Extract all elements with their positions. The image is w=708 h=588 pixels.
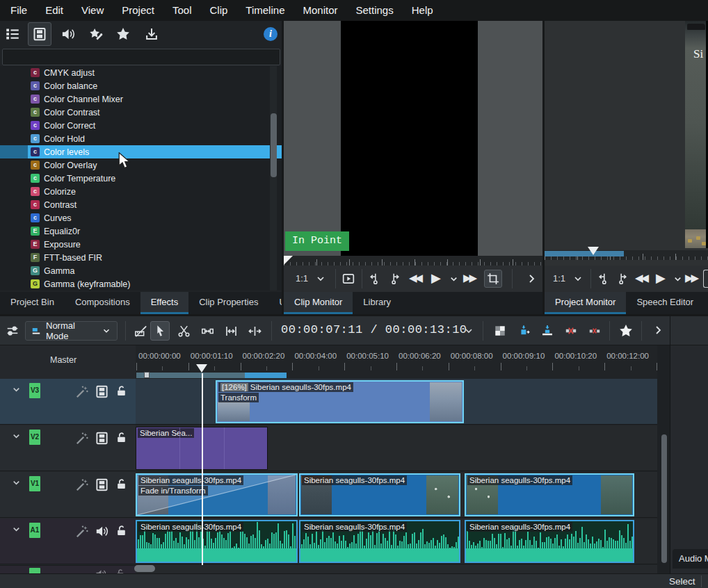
- fit-zone-icon[interactable]: [221, 321, 241, 341]
- effect-item-color-contrast[interactable]: cColor Contrast: [0, 106, 282, 119]
- tab-compositions[interactable]: Compositions: [65, 292, 140, 314]
- info-icon[interactable]: i: [264, 27, 277, 41]
- tab-project-bin[interactable]: Project Bin: [0, 292, 65, 314]
- forward-button[interactable]: ▶▶: [463, 272, 475, 284]
- tab-clip-properties[interactable]: Clip Properties: [188, 292, 268, 314]
- effect-item-ftt-based-fir[interactable]: FFTT-based FIR: [0, 251, 282, 264]
- zoom-select-chevron-icon[interactable]: [315, 273, 328, 286]
- track-header-v2[interactable]: V2: [0, 425, 136, 471]
- timeline-settings-icon[interactable]: [6, 325, 19, 337]
- menu-help[interactable]: Help: [403, 0, 442, 21]
- favorite-effects-icon[interactable]: [619, 324, 633, 338]
- insert-zone-icon[interactable]: [517, 325, 530, 337]
- clip-v1-2-siberian-seagulls[interactable]: Siberian seagulls-30fps.mp4: [299, 473, 460, 516]
- film-icon[interactable]: [33, 27, 47, 41]
- track-effects-wand-icon[interactable]: [76, 478, 89, 491]
- menu-file[interactable]: File: [1, 0, 36, 21]
- track-thumbnails-film-icon[interactable]: [95, 385, 108, 398]
- zone-out-icon[interactable]: [389, 272, 402, 285]
- clip-v1-3-siberian-seagulls[interactable]: Siberian seagulls-30fps.mp4: [465, 473, 634, 516]
- play-options-chevron-icon[interactable]: [449, 274, 461, 286]
- menu-view[interactable]: View: [72, 0, 113, 21]
- timeline-ruler[interactable]: 00:00:00:0000:00:01:1000:00:02:2000:00:0…: [136, 345, 670, 379]
- effect-item-color-temperature[interactable]: cColor Temperature: [0, 172, 282, 185]
- download-icon[interactable]: [145, 27, 159, 41]
- track-lock-icon[interactable]: [115, 432, 127, 443]
- menu-timeline[interactable]: Timeline: [236, 0, 293, 21]
- clip-v1-1-siberian-seagulls[interactable]: Siberian seagulls-30fps.mp4Fade in/Trans…: [136, 473, 298, 516]
- rewind-button[interactable]: ◀◀: [409, 272, 421, 284]
- track-lock-icon[interactable]: [115, 478, 127, 490]
- select-tool-button[interactable]: [150, 321, 170, 341]
- clip-monitor-zoom-label[interactable]: 1:1: [296, 273, 308, 284]
- effect-item-gamma-keyframable-[interactable]: GGamma (keyframable): [0, 277, 282, 291]
- effect-item-color-hold[interactable]: cColor Hold: [0, 132, 282, 145]
- timeline-playhead-line[interactable]: [202, 373, 203, 565]
- track-name-badge[interactable]: V2: [29, 430, 40, 445]
- timeline-lane-v1[interactable]: Siberian seagulls-30fps.mp4Fade in/Trans…: [136, 472, 657, 518]
- zone-mode-button[interactable]: [487, 272, 499, 285]
- star-icon[interactable]: [116, 27, 130, 41]
- track-name-badge[interactable]: V1: [29, 476, 40, 491]
- track-name-badge[interactable]: A1: [29, 523, 40, 538]
- zone-handle[interactable]: [144, 372, 150, 378]
- zone-in-icon[interactable]: [596, 272, 609, 285]
- collapse-chevron-icon[interactable]: [11, 384, 22, 395]
- toolbar-overflow-icon[interactable]: [652, 325, 663, 336]
- tab-speech-editor[interactable]: Speech Editor: [626, 292, 704, 314]
- timeline-playhead-handle[interactable]: [196, 364, 207, 373]
- menu-clip[interactable]: Clip: [201, 0, 237, 21]
- tab-effects[interactable]: Effects: [140, 292, 189, 314]
- effect-item-cmyk-adjust[interactable]: cCMYK adjust: [0, 66, 282, 79]
- collapse-chevron-icon[interactable]: [11, 431, 22, 441]
- master-track-button[interactable]: Master: [50, 355, 77, 365]
- effect-item-color-balance[interactable]: cColor balance: [0, 79, 282, 92]
- play-button[interactable]: ▶: [431, 270, 439, 285]
- effect-star-icon[interactable]: [89, 27, 103, 41]
- timeline-lane-a1[interactable]: Siberian seagulls-30fps.mp4Siberian seag…: [136, 518, 657, 564]
- timeline-lane-v3[interactable]: [126%]Siberian seagulls-30fps.mp4Transfo…: [136, 379, 657, 425]
- effects-scrollbar-track[interactable]: [270, 66, 277, 291]
- mix-clips-icon[interactable]: [131, 321, 150, 341]
- effect-item-curves[interactable]: cCurves: [0, 211, 282, 224]
- tab-project-note[interactable]: Project Note: [704, 292, 708, 314]
- timeline-vscrollbar-thumb[interactable]: [661, 434, 667, 563]
- timeline-lane-v2[interactable]: Siberian Sea...: [136, 425, 657, 471]
- menu-project[interactable]: Project: [113, 0, 163, 21]
- track-mute-speaker-icon[interactable]: [95, 525, 108, 538]
- list-icon[interactable]: [6, 27, 19, 41]
- tab-undo-history[interactable]: Undo History: [268, 292, 282, 314]
- track-header-v3[interactable]: V3: [0, 379, 136, 425]
- effect-item-contrast[interactable]: cContrast: [0, 198, 282, 211]
- effect-item-color-overlay[interactable]: cColor Overlay: [0, 158, 282, 172]
- effect-item-colorize[interactable]: cColorize: [0, 185, 282, 198]
- razor-tool-button[interactable]: [174, 321, 193, 341]
- effects-scrollbar-thumb[interactable]: [271, 113, 277, 177]
- project-monitor-zoom-label[interactable]: 1:1: [553, 273, 565, 284]
- collapse-chevron-icon[interactable]: [11, 477, 22, 488]
- zone-out-icon[interactable]: [617, 272, 629, 285]
- timeline-zone-highlight[interactable]: [245, 373, 287, 378]
- project-monitor-playhead[interactable]: [588, 247, 599, 255]
- tab-clip-monitor[interactable]: Clip Monitor: [284, 292, 353, 314]
- collapse-chevron-icon[interactable]: [11, 524, 22, 534]
- resize-item-icon[interactable]: [245, 321, 264, 341]
- timecode-chevron-icon[interactable]: [463, 325, 474, 336]
- effect-item-gamma[interactable]: GGamma: [0, 264, 282, 277]
- track-name-badge[interactable]: V3: [29, 383, 40, 398]
- menu-edit[interactable]: Edit: [36, 0, 72, 21]
- speaker-icon[interactable]: [61, 27, 75, 41]
- timeline-hscrollbar-thumb[interactable]: [134, 565, 155, 572]
- overwrite-zone-icon[interactable]: [541, 325, 554, 337]
- effects-search-input[interactable]: [2, 49, 280, 65]
- track-header-a1[interactable]: A1: [0, 518, 136, 564]
- tab-library[interactable]: Library: [353, 292, 401, 314]
- track-lock-icon[interactable]: [115, 385, 127, 397]
- menu-tool[interactable]: Tool: [163, 0, 201, 21]
- play-options-chevron-icon[interactable]: [673, 274, 685, 286]
- zone-in-icon[interactable]: [367, 272, 380, 285]
- track-thumbnails-film-icon[interactable]: [95, 432, 108, 445]
- transport-overflow-icon[interactable]: [526, 273, 538, 286]
- clip-monitor-ruler[interactable]: [284, 256, 542, 266]
- clip-monitor-playhead[interactable]: [284, 256, 293, 265]
